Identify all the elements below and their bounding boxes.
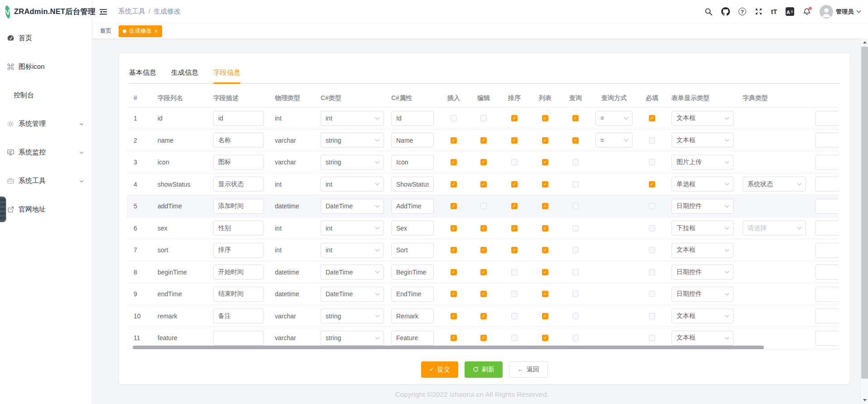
- select-query_type[interactable]: =: [595, 111, 633, 126]
- checkbox-insert[interactable]: ✓: [451, 269, 457, 275]
- checkbox-sort[interactable]: ✓: [511, 181, 518, 188]
- breadcrumb-section[interactable]: 系统工具: [118, 7, 145, 16]
- input-extra[interactable]: [815, 287, 839, 302]
- input-extra[interactable]: [815, 133, 839, 148]
- refresh-button[interactable]: 刷新: [465, 361, 503, 378]
- select-display_type[interactable]: 文本框: [671, 133, 734, 148]
- input-csharp_property[interactable]: [391, 199, 434, 214]
- checkbox-sort[interactable]: [511, 313, 518, 319]
- input-extra[interactable]: [815, 308, 839, 323]
- back-button[interactable]: ← 返回: [509, 361, 548, 378]
- checkbox-list[interactable]: ✓: [542, 335, 548, 341]
- select-csharp_type[interactable]: string: [321, 331, 384, 346]
- checkbox-sort[interactable]: [511, 159, 518, 165]
- input-description[interactable]: [213, 243, 264, 258]
- checkbox-sort[interactable]: ✓: [511, 203, 518, 209]
- input-csharp_property[interactable]: [391, 287, 434, 302]
- checkbox-edit[interactable]: [480, 203, 487, 209]
- checkbox-query[interactable]: [572, 291, 579, 297]
- sidebar-item-1[interactable]: 图标icon: [0, 53, 92, 81]
- checkbox-insert[interactable]: ✓: [451, 313, 457, 319]
- checkbox-list[interactable]: ✓: [542, 203, 548, 209]
- checkbox-required[interactable]: [649, 247, 655, 253]
- checkbox-query[interactable]: [572, 269, 579, 275]
- checkbox-insert[interactable]: ✓: [451, 247, 457, 253]
- app-logo[interactable]: V ZRAdmin.NET后台管理: [0, 0, 92, 24]
- checkbox-edit[interactable]: ✓: [480, 137, 487, 144]
- checkbox-sort[interactable]: ✓: [511, 247, 518, 253]
- theme-drawer-handle[interactable]: [0, 197, 6, 222]
- input-csharp_property[interactable]: [391, 221, 434, 236]
- checkbox-edit[interactable]: [480, 115, 487, 121]
- input-description[interactable]: [213, 155, 264, 170]
- checkbox-sort[interactable]: [511, 269, 518, 275]
- github-icon[interactable]: [721, 7, 730, 16]
- input-csharp_property[interactable]: [391, 308, 434, 323]
- sidebar-item-0[interactable]: 首页: [0, 24, 92, 53]
- checkbox-insert[interactable]: ✓: [451, 335, 457, 341]
- checkbox-list[interactable]: ✓: [542, 291, 548, 297]
- checkbox-query[interactable]: [572, 203, 579, 209]
- checkbox-required[interactable]: ✓: [649, 115, 655, 121]
- input-csharp_property[interactable]: [391, 133, 434, 148]
- checkbox-list[interactable]: ✓: [542, 137, 548, 144]
- checkbox-list[interactable]: ✓: [542, 181, 548, 188]
- checkbox-query[interactable]: [572, 225, 579, 231]
- checkbox-insert[interactable]: ✓: [451, 159, 457, 165]
- select-display_type[interactable]: 日期控件: [671, 287, 734, 302]
- select-csharp_type[interactable]: int: [321, 243, 384, 258]
- sidebar-item-5[interactable]: 系统工具: [0, 167, 92, 195]
- tag-close-icon[interactable]: ×: [154, 28, 158, 34]
- sidebar-item-3[interactable]: 系统管理: [0, 110, 92, 138]
- select-query_type[interactable]: =: [595, 133, 633, 148]
- input-csharp_property[interactable]: [391, 111, 434, 126]
- checkbox-insert[interactable]: ✓: [451, 137, 457, 144]
- checkbox-edit[interactable]: ✓: [480, 291, 487, 297]
- checkbox-edit[interactable]: ✓: [480, 335, 487, 341]
- checkbox-query[interactable]: [572, 335, 579, 341]
- select-display_type[interactable]: 文本框: [671, 243, 734, 258]
- input-description[interactable]: [213, 199, 264, 214]
- sidebar-collapse-icon[interactable]: [99, 7, 108, 16]
- scroll-up-arrow[interactable]: [861, 38, 868, 46]
- checkbox-insert[interactable]: ✓: [451, 225, 457, 231]
- sidebar-item-4[interactable]: 系统监控: [0, 138, 92, 167]
- checkbox-edit[interactable]: ✓: [480, 181, 487, 188]
- checkbox-list[interactable]: ✓: [542, 115, 548, 121]
- input-extra[interactable]: [815, 265, 839, 279]
- horizontal-scrollbar-thumb[interactable]: [133, 346, 764, 349]
- sidebar-item-6[interactable]: 官网地址: [0, 195, 92, 224]
- checkbox-list[interactable]: ✓: [542, 159, 548, 165]
- search-icon[interactable]: [705, 8, 713, 16]
- checkbox-edit[interactable]: ✓: [480, 159, 487, 165]
- checkbox-required[interactable]: [649, 159, 655, 165]
- select-csharp_type[interactable]: int: [321, 221, 384, 236]
- checkbox-list[interactable]: ✓: [542, 313, 548, 319]
- input-description[interactable]: [213, 331, 264, 346]
- input-extra[interactable]: [815, 177, 839, 192]
- input-csharp_property[interactable]: [391, 243, 434, 258]
- checkbox-edit[interactable]: ✓: [480, 269, 487, 275]
- checkbox-query[interactable]: [572, 313, 579, 319]
- input-csharp_property[interactable]: [391, 177, 434, 192]
- tab-2[interactable]: 字段信息: [213, 63, 240, 83]
- checkbox-required[interactable]: [649, 225, 655, 231]
- select-dict_type[interactable]: 系统状态: [743, 177, 806, 192]
- checkbox-edit[interactable]: ✓: [480, 247, 487, 253]
- translate-icon[interactable]: A文: [786, 7, 794, 16]
- checkbox-sort[interactable]: [511, 335, 518, 341]
- checkbox-list[interactable]: ✓: [542, 269, 548, 275]
- checkbox-required[interactable]: [649, 291, 655, 297]
- select-display_type[interactable]: 日期控件: [671, 265, 734, 279]
- checkbox-edit[interactable]: ✓: [480, 313, 487, 319]
- input-csharp_property[interactable]: [391, 155, 434, 170]
- checkbox-list[interactable]: ✓: [542, 247, 548, 253]
- select-csharp_type[interactable]: string: [321, 308, 384, 323]
- select-csharp_type[interactable]: int: [321, 177, 384, 192]
- input-description[interactable]: [213, 111, 264, 126]
- checkbox-sort[interactable]: ✓: [511, 115, 518, 121]
- checkbox-insert[interactable]: [451, 115, 457, 121]
- input-description[interactable]: [213, 265, 264, 279]
- checkbox-required[interactable]: [649, 137, 655, 144]
- select-dict_type[interactable]: 请选择: [743, 221, 806, 236]
